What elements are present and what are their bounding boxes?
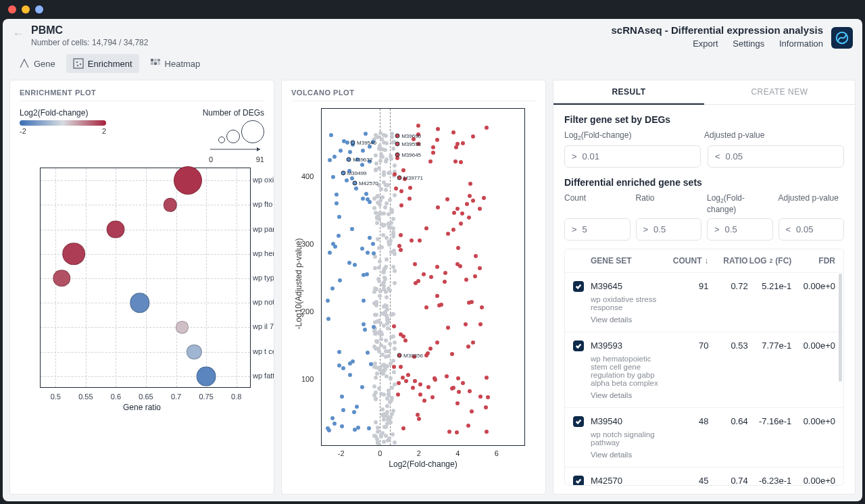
- table-row[interactable]: M39540wp notch signaling pathwayView det…: [565, 407, 843, 467]
- f2-count-input[interactable]: >5: [564, 218, 631, 241]
- row-checkbox[interactable]: [573, 281, 584, 292]
- deg-max: 91: [256, 155, 264, 163]
- geneset-desc: wp notch signaling pathway: [591, 430, 669, 447]
- cell-ratio: 0.64: [709, 416, 748, 426]
- f2-pv-input[interactable]: <0.05: [778, 218, 845, 241]
- f2-count-label: Count: [564, 193, 631, 213]
- fc-gradient-icon: [20, 120, 106, 126]
- mode-heatmap[interactable]: Heatmap: [143, 54, 207, 73]
- filter-degs-heading: Filter gene set by DEGs: [564, 114, 844, 125]
- svg-rect-1: [74, 59, 83, 68]
- svg-rect-10: [157, 62, 160, 65]
- svg-rect-8: [151, 62, 153, 65]
- menu-export[interactable]: Export: [693, 39, 718, 49]
- cell-count: 45: [669, 476, 708, 486]
- volcano-panel: VOLCANO PLOT -20246100200300400M39540M39…: [281, 80, 546, 495]
- svg-rect-6: [154, 59, 157, 61]
- heatmap-icon: [150, 58, 161, 69]
- legend-fc-label: Log2(Fold-change): [20, 108, 88, 118]
- mac-titlebar: [0, 0, 865, 19]
- th-ratio[interactable]: RATIO: [709, 256, 748, 266]
- view-details-link[interactable]: View details: [591, 451, 669, 459]
- f2-fc-input[interactable]: >0.5: [707, 218, 773, 241]
- view-mode-tabs: Gene Enrichment Heatmap: [3, 51, 862, 80]
- menu-information[interactable]: Information: [779, 39, 823, 49]
- geneset-id: M39645: [591, 281, 669, 291]
- enrichment-chart[interactable]: 0.50.550.60.650.70.750.8wp oxidative str…: [40, 168, 251, 388]
- mode-heatmap-label: Heatmap: [165, 59, 201, 69]
- svg-rect-5: [151, 59, 153, 61]
- cell-ratio: 0.53: [709, 341, 748, 351]
- cell-fdr: 0.00e+0: [791, 476, 835, 486]
- svg-rect-7: [157, 59, 160, 61]
- minimize-window-icon[interactable]: [22, 5, 30, 14]
- table-row[interactable]: M42570wp fatty acid transportersView det…: [565, 467, 843, 486]
- filter-fc-label: Log2(Fold-change): [564, 130, 704, 141]
- close-window-icon[interactable]: [8, 5, 16, 14]
- f2-ratio-input[interactable]: >0.5: [636, 218, 702, 241]
- table-header: GENE SET COUNT↓ RATIO LOG2(FC) FDR: [565, 249, 843, 272]
- mode-gene[interactable]: Gene: [12, 54, 62, 73]
- svg-point-2: [76, 61, 78, 63]
- tab-result[interactable]: RESULT: [553, 80, 704, 105]
- filter-genesets-heading: Differential enriched gene sets: [564, 177, 844, 188]
- volcano-chart[interactable]: -20246100200300400M39540M39690M39598M396…: [321, 108, 525, 446]
- fullscreen-window-icon[interactable]: [35, 5, 43, 14]
- cell-log2fc: -7.16e-1: [748, 416, 792, 426]
- geneset-table: GENE SET COUNT↓ RATIO LOG2(FC) FDR M3964…: [564, 249, 844, 486]
- th-geneset[interactable]: GENE SET: [591, 256, 669, 266]
- svg-point-4: [77, 65, 78, 66]
- volcano-ylabel: -Log10(Adjusted p-value): [294, 238, 303, 330]
- fc-max: 2: [102, 127, 106, 135]
- fc-min: -2: [20, 127, 26, 135]
- mode-enrichment-label: Enrichment: [88, 59, 132, 69]
- menu-settings[interactable]: Settings: [733, 39, 764, 49]
- f2-pv-label: Adjusted p-value: [778, 193, 845, 213]
- mode-enrichment[interactable]: Enrichment: [66, 54, 139, 73]
- filter-pv-input[interactable]: <0.05: [708, 145, 844, 168]
- volcano-xlabel: Log2(Fold-change): [321, 459, 525, 469]
- volcano-plot-title: VOLCANO PLOT: [291, 89, 536, 97]
- cell-fdr: 0.00e+0: [791, 281, 835, 291]
- cell-log2fc: -6.23e-1: [748, 476, 792, 486]
- cell-count: 70: [669, 341, 708, 351]
- deg-size-legend-icon: [209, 120, 264, 143]
- row-checkbox[interactable]: [573, 341, 584, 351]
- gene-icon: [19, 58, 30, 69]
- cell-log2fc: 7.77e-1: [748, 341, 792, 351]
- svg-point-3: [80, 64, 81, 65]
- brand-logo-icon: [831, 27, 853, 49]
- app-window: ← PBMC Number of cells: 14,794 / 34,782 …: [3, 19, 862, 501]
- deg-min: 0: [209, 155, 213, 163]
- filter-fc-input[interactable]: >0.01: [564, 145, 701, 168]
- back-arrow-icon[interactable]: ←: [12, 24, 24, 41]
- view-details-link[interactable]: View details: [591, 391, 669, 399]
- f2-ratio-label: Ratio: [636, 193, 702, 213]
- geneset-id: M39593: [591, 341, 669, 351]
- tab-create-new[interactable]: CREATE NEW: [704, 80, 855, 105]
- view-details-link[interactable]: View details: [591, 316, 669, 324]
- row-checkbox[interactable]: [573, 476, 584, 486]
- geneset-id: M39540: [591, 416, 669, 426]
- cell-count-subtitle: Number of cells: 14,794 / 34,782: [31, 38, 148, 47]
- app-name: scRNAseq - Differential expression analy…: [612, 24, 823, 36]
- enrichment-xlabel: Gene ratio: [20, 403, 264, 412]
- svg-rect-9: [154, 62, 157, 65]
- table-row[interactable]: M39593wp hematopoietic stem cell gene re…: [565, 332, 843, 407]
- th-fdr[interactable]: FDR: [791, 256, 835, 266]
- results-panel: RESULT CREATE NEW Filter gene set by DEG…: [553, 80, 856, 495]
- cell-ratio: 0.72: [709, 281, 748, 291]
- legend-deg-label: Number of DEGs: [203, 108, 264, 118]
- th-log2fc[interactable]: LOG2(FC): [748, 256, 792, 266]
- enrichment-icon: [73, 58, 84, 69]
- header-bar: ← PBMC Number of cells: 14,794 / 34,782 …: [3, 19, 862, 51]
- mode-gene-label: Gene: [34, 59, 55, 69]
- th-count[interactable]: COUNT↓: [669, 256, 708, 266]
- table-row[interactable]: M39645wp oxidative stress responseView d…: [565, 272, 843, 332]
- cell-count: 91: [669, 281, 708, 291]
- geneset-desc: wp oxidative stress response: [591, 295, 669, 311]
- cell-log2fc: 5.21e-1: [748, 281, 792, 291]
- row-checkbox[interactable]: [573, 416, 584, 427]
- cell-ratio: 0.74: [709, 476, 748, 486]
- scrollbar-thumb[interactable]: [839, 274, 842, 382]
